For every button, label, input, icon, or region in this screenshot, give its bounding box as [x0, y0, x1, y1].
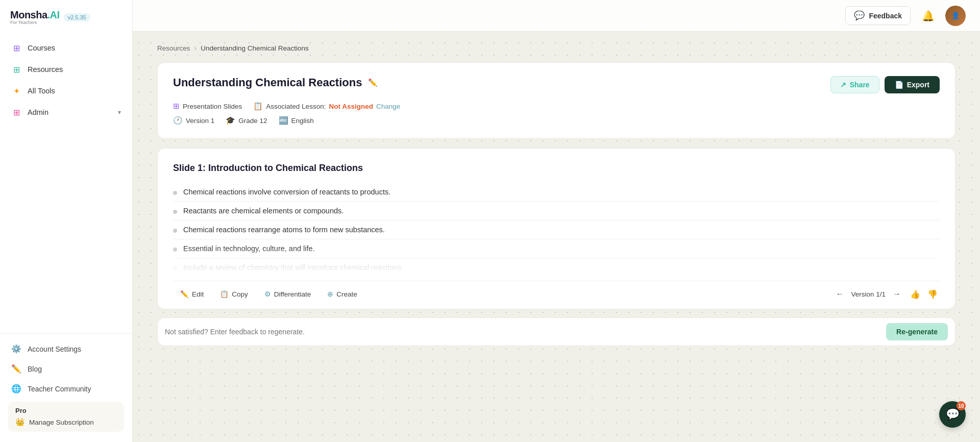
sidebar-item-teacher-community[interactable]: 🌐 Teacher Community — [0, 379, 132, 399]
version-badge: v2.5.35 — [64, 13, 90, 21]
card-actions: ↗ Share 📄 Export — [830, 76, 940, 93]
feedback-thumbs: 👍 👎 — [908, 287, 940, 301]
resource-version: 🕐 Version 1 — [173, 116, 214, 125]
resource-grade: 🎓 Grade 12 — [226, 116, 267, 125]
create-button-label: Create — [336, 290, 357, 298]
language-icon: 🔤 — [279, 116, 288, 125]
regenerate-button[interactable]: Re-generate — [886, 323, 948, 340]
resource-info-card: Understanding Chemical Reactions ✏️ ↗ Sh… — [157, 62, 955, 139]
create-icon: ⊕ — [327, 290, 333, 298]
share-button-label: Share — [850, 81, 870, 89]
version-label: Version 1/1 — [851, 290, 886, 298]
feedback-input[interactable] — [165, 328, 880, 336]
teacher-community-label: Teacher Community — [28, 385, 91, 393]
manage-subscription-item[interactable]: 👑 Manage Subscription — [15, 418, 117, 427]
lesson-icon: 📋 — [253, 102, 263, 111]
slide-bullet-5-text: Include a review of chemistry that will … — [183, 263, 403, 272]
sidebar-nav: ⊞ Courses ⊞ Resources ✦ All Tools ⊞ Admi… — [0, 32, 132, 333]
export-button[interactable]: 📄 Export — [885, 76, 940, 93]
sidebar-item-courses[interactable]: ⊞ Courses — [0, 37, 132, 59]
associated-lesson: 📋 Associated Lesson: Not Assigned Change — [253, 102, 400, 111]
toolbar-left: ✏️ Edit 📋 Copy ⚙ Differentiate ⊕ Create — [173, 286, 364, 302]
sidebar-item-resources[interactable]: ⊞ Resources — [0, 59, 132, 80]
slide-content-area: Chemical reactions involve conversion of… — [173, 183, 940, 277]
resource-type: ⊞ Presentation Slides — [173, 102, 242, 111]
avatar[interactable]: 👤 — [945, 6, 966, 26]
breadcrumb: Resources › Understanding Chemical React… — [157, 44, 955, 52]
change-link[interactable]: Change — [376, 103, 400, 110]
main-area: 💬 Feedback 🔔 👤 Resources › Understanding… — [133, 0, 980, 442]
create-button[interactable]: ⊕ Create — [320, 286, 364, 302]
chat-badge: 10 — [957, 401, 966, 410]
account-settings-icon: ⚙️ — [11, 344, 21, 354]
slide-bullet-1: Chemical reactions involve conversion of… — [173, 183, 940, 202]
thumbs-up-button[interactable]: 👍 — [908, 287, 922, 301]
sidebar-item-resources-label: Resources — [28, 65, 63, 73]
sidebar-item-account-settings[interactable]: ⚙️ Account Settings — [0, 339, 132, 359]
blog-label: Blog — [28, 365, 42, 373]
copy-button[interactable]: 📋 Copy — [213, 286, 255, 302]
slide-title: Slide 1: Introduction to Chemical Reacti… — [173, 163, 940, 174]
version-next-button[interactable]: → — [890, 287, 904, 301]
feedback-button[interactable]: 💬 Feedback — [845, 6, 911, 25]
toolbar-right: ← Version 1/1 → 👍 👎 — [832, 287, 940, 301]
sidebar-item-admin[interactable]: ⊞ Admin ▾ — [0, 102, 132, 123]
version-nav: ← Version 1/1 → — [832, 287, 904, 301]
differentiate-button[interactable]: ⚙ Differentiate — [257, 286, 318, 302]
logo-subtitle: For Teachers — [10, 20, 60, 25]
topbar: 💬 Feedback 🔔 👤 — [133, 0, 980, 32]
feedback-chat-icon: 💬 — [854, 10, 865, 21]
version-prev-button[interactable]: ← — [832, 287, 847, 301]
export-button-label: Export — [907, 81, 929, 89]
bell-icon: 🔔 — [922, 10, 935, 22]
presentation-icon: ⊞ — [173, 102, 180, 111]
logo-ai: .AI — [47, 9, 60, 20]
card-meta-row1: ⊞ Presentation Slides 📋 Associated Lesso… — [173, 102, 940, 111]
bullet-icon-2 — [173, 210, 177, 214]
feedback-button-label: Feedback — [869, 12, 902, 20]
edit-button[interactable]: ✏️ Edit — [173, 286, 211, 302]
thumbs-down-button[interactable]: 👎 — [925, 287, 940, 301]
sidebar-item-admin-label: Admin — [28, 108, 48, 116]
all-tools-icon: ✦ — [11, 86, 21, 96]
notification-button[interactable]: 🔔 — [919, 7, 937, 25]
sidebar-item-all-tools-label: All Tools — [28, 87, 55, 95]
logo: Monsha.AI For Teachers — [10, 9, 60, 25]
resource-type-label: Presentation Slides — [183, 103, 242, 110]
edit-icon: ✏️ — [180, 290, 189, 298]
slide-bullet-2-text: Reactants are chemical elements or compo… — [183, 207, 344, 215]
share-button[interactable]: ↗ Share — [830, 76, 879, 93]
chat-bubble-button[interactable]: 💬 10 — [939, 401, 966, 428]
breadcrumb-current: Understanding Chemical Reactions — [201, 44, 309, 52]
sidebar-item-courses-label: Courses — [28, 44, 55, 52]
resource-language-label: English — [291, 117, 314, 125]
share-icon: ↗ — [840, 81, 846, 89]
slide-bullet-4-text: Essential in technology, culture, and li… — [183, 244, 315, 253]
teacher-community-icon: 🌐 — [11, 384, 21, 394]
slide-bullets: Chemical reactions involve conversion of… — [173, 183, 940, 277]
edit-title-icon[interactable]: ✏️ — [368, 78, 378, 87]
copy-icon: 📋 — [220, 290, 229, 298]
resource-version-label: Version 1 — [186, 117, 214, 125]
card-meta-row2: 🕐 Version 1 🎓 Grade 12 🔤 English — [173, 116, 940, 125]
logo-area: Monsha.AI For Teachers v2.5.35 — [0, 0, 132, 32]
chat-bubble-icon: 💬 — [946, 408, 960, 421]
crown-icon: 👑 — [15, 418, 25, 427]
bullet-icon-5 — [173, 266, 177, 271]
differentiate-button-label: Differentiate — [274, 290, 311, 298]
associated-lesson-label: Associated Lesson: — [266, 103, 326, 110]
export-icon: 📄 — [895, 81, 903, 89]
courses-icon: ⊞ — [11, 43, 21, 53]
feedback-row: Re-generate — [157, 317, 955, 346]
slide-toolbar: ✏️ Edit 📋 Copy ⚙ Differentiate ⊕ Create — [173, 281, 940, 309]
admin-icon: ⊞ — [11, 107, 21, 117]
sidebar-item-blog[interactable]: ✏️ Blog — [0, 359, 132, 379]
slide-bullet-4: Essential in technology, culture, and li… — [173, 239, 940, 258]
resources-icon: ⊞ — [11, 64, 21, 75]
breadcrumb-separator: › — [194, 44, 197, 52]
slide-bullet-5: Include a review of chemistry that will … — [173, 258, 940, 277]
sidebar-item-all-tools[interactable]: ✦ All Tools — [0, 80, 132, 102]
differentiate-icon: ⚙ — [264, 290, 271, 298]
associated-lesson-value: Not Assigned — [329, 103, 373, 110]
breadcrumb-resources-link[interactable]: Resources — [157, 44, 190, 52]
